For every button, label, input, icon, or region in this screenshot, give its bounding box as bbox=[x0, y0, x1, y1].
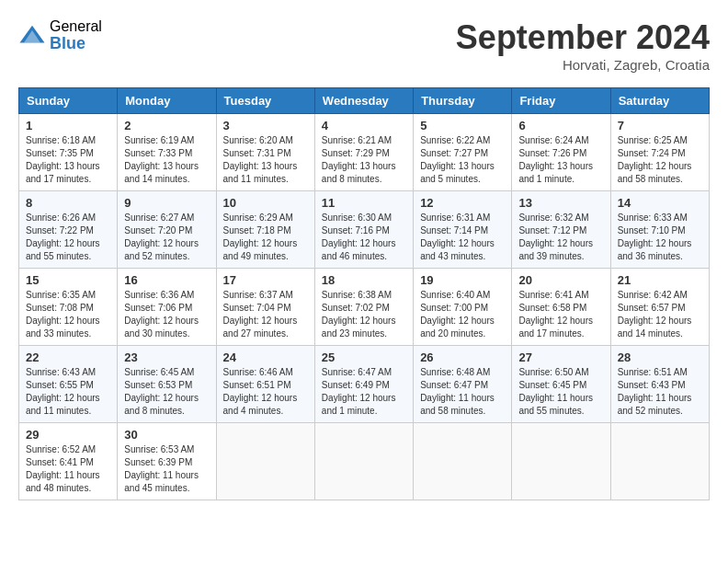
day-info: Sunrise: 6:38 AMSunset: 7:02 PMDaylight:… bbox=[322, 289, 406, 340]
calendar-day-cell: 27 Sunrise: 6:50 AMSunset: 6:45 PMDaylig… bbox=[512, 346, 610, 423]
calendar-table: SundayMondayTuesdayWednesdayThursdayFrid… bbox=[18, 87, 710, 500]
day-info: Sunrise: 6:26 AMSunset: 7:22 PMDaylight:… bbox=[26, 212, 110, 263]
day-number: 6 bbox=[518, 119, 603, 132]
logo-general: General bbox=[50, 18, 102, 35]
day-info: Sunrise: 6:18 AMSunset: 7:35 PMDaylight:… bbox=[26, 134, 110, 186]
day-number: 25 bbox=[322, 350, 406, 364]
day-number: 24 bbox=[223, 350, 308, 364]
calendar-day-cell bbox=[314, 423, 413, 500]
page-header: General Blue September 2024 Horvati, Zag… bbox=[18, 18, 710, 73]
calendar-day-cell: 1 Sunrise: 6:18 AMSunset: 7:35 PMDayligh… bbox=[19, 114, 118, 191]
day-number: 17 bbox=[223, 273, 308, 287]
calendar-day-cell: 29 Sunrise: 6:52 AMSunset: 6:41 PMDaylig… bbox=[19, 423, 118, 500]
day-number: 13 bbox=[518, 196, 603, 210]
day-number: 14 bbox=[618, 196, 702, 210]
calendar-day-cell: 23 Sunrise: 6:45 AMSunset: 6:53 PMDaylig… bbox=[118, 346, 216, 423]
calendar-day-cell: 2 Sunrise: 6:19 AMSunset: 7:33 PMDayligh… bbox=[118, 114, 216, 191]
calendar-day-cell: 30 Sunrise: 6:53 AMSunset: 6:39 PMDaylig… bbox=[118, 423, 216, 500]
day-number: 3 bbox=[223, 119, 308, 132]
weekday-header: Monday bbox=[118, 88, 216, 114]
day-info: Sunrise: 6:30 AMSunset: 7:16 PMDaylight:… bbox=[322, 212, 406, 263]
day-info: Sunrise: 6:24 AMSunset: 7:26 PMDaylight:… bbox=[518, 134, 603, 186]
day-info: Sunrise: 6:37 AMSunset: 7:04 PMDaylight:… bbox=[223, 289, 308, 340]
day-info: Sunrise: 6:40 AMSunset: 7:00 PMDaylight:… bbox=[420, 289, 505, 340]
day-number: 23 bbox=[124, 350, 209, 364]
calendar-day-cell: 5 Sunrise: 6:22 AMSunset: 7:27 PMDayligh… bbox=[414, 114, 512, 191]
day-info: Sunrise: 6:35 AMSunset: 7:08 PMDaylight:… bbox=[26, 289, 110, 340]
weekday-header: Sunday bbox=[19, 88, 118, 114]
calendar-day-cell: 17 Sunrise: 6:37 AMSunset: 7:04 PMDaylig… bbox=[216, 269, 314, 346]
weekday-header: Wednesday bbox=[314, 88, 413, 114]
calendar-day-cell: 7 Sunrise: 6:25 AMSunset: 7:24 PMDayligh… bbox=[610, 114, 709, 191]
calendar-day-cell: 10 Sunrise: 6:29 AMSunset: 7:18 PMDaylig… bbox=[216, 191, 314, 269]
day-number: 10 bbox=[223, 196, 308, 210]
day-info: Sunrise: 6:20 AMSunset: 7:31 PMDaylight:… bbox=[223, 134, 308, 186]
day-info: Sunrise: 6:22 AMSunset: 7:27 PMDaylight:… bbox=[420, 134, 505, 186]
calendar-header-row: SundayMondayTuesdayWednesdayThursdayFrid… bbox=[19, 88, 710, 114]
day-info: Sunrise: 6:45 AMSunset: 6:53 PMDaylight:… bbox=[124, 366, 209, 418]
day-info: Sunrise: 6:50 AMSunset: 6:45 PMDaylight:… bbox=[518, 366, 603, 418]
day-number: 1 bbox=[26, 119, 110, 132]
day-info: Sunrise: 6:51 AMSunset: 6:43 PMDaylight:… bbox=[618, 366, 702, 418]
day-number: 2 bbox=[124, 119, 209, 132]
logo-text: General Blue bbox=[50, 18, 102, 52]
day-number: 21 bbox=[618, 273, 702, 287]
logo-blue: Blue bbox=[50, 35, 102, 53]
logo: General Blue bbox=[18, 18, 102, 52]
calendar-day-cell: 12 Sunrise: 6:31 AMSunset: 7:14 PMDaylig… bbox=[414, 191, 512, 269]
day-number: 9 bbox=[124, 196, 209, 210]
calendar-week-row: 8 Sunrise: 6:26 AMSunset: 7:22 PMDayligh… bbox=[19, 191, 710, 269]
day-info: Sunrise: 6:42 AMSunset: 6:57 PMDaylight:… bbox=[618, 289, 702, 340]
day-info: Sunrise: 6:43 AMSunset: 6:55 PMDaylight:… bbox=[26, 366, 110, 418]
day-number: 4 bbox=[322, 119, 406, 132]
day-number: 18 bbox=[322, 273, 406, 287]
day-number: 22 bbox=[26, 350, 110, 364]
calendar-day-cell: 21 Sunrise: 6:42 AMSunset: 6:57 PMDaylig… bbox=[610, 269, 709, 346]
calendar-day-cell: 16 Sunrise: 6:36 AMSunset: 7:06 PMDaylig… bbox=[118, 269, 216, 346]
calendar-day-cell: 4 Sunrise: 6:21 AMSunset: 7:29 PMDayligh… bbox=[314, 114, 413, 191]
calendar-day-cell: 13 Sunrise: 6:32 AMSunset: 7:12 PMDaylig… bbox=[512, 191, 610, 269]
calendar-day-cell: 28 Sunrise: 6:51 AMSunset: 6:43 PMDaylig… bbox=[610, 346, 709, 423]
day-number: 28 bbox=[618, 350, 702, 364]
title-block: September 2024 Horvati, Zagreb, Croatia bbox=[456, 18, 710, 73]
calendar-day-cell bbox=[414, 423, 512, 500]
calendar-day-cell: 18 Sunrise: 6:38 AMSunset: 7:02 PMDaylig… bbox=[314, 269, 413, 346]
calendar-week-row: 22 Sunrise: 6:43 AMSunset: 6:55 PMDaylig… bbox=[19, 346, 710, 423]
day-number: 11 bbox=[322, 196, 406, 210]
calendar-day-cell bbox=[610, 423, 709, 500]
day-info: Sunrise: 6:21 AMSunset: 7:29 PMDaylight:… bbox=[322, 134, 406, 186]
calendar-day-cell: 3 Sunrise: 6:20 AMSunset: 7:31 PMDayligh… bbox=[216, 114, 314, 191]
calendar-day-cell: 20 Sunrise: 6:41 AMSunset: 6:58 PMDaylig… bbox=[512, 269, 610, 346]
calendar-day-cell: 9 Sunrise: 6:27 AMSunset: 7:20 PMDayligh… bbox=[118, 191, 216, 269]
weekday-header: Saturday bbox=[610, 88, 709, 114]
day-info: Sunrise: 6:29 AMSunset: 7:18 PMDaylight:… bbox=[223, 212, 308, 263]
day-number: 30 bbox=[124, 428, 209, 442]
day-info: Sunrise: 6:31 AMSunset: 7:14 PMDaylight:… bbox=[420, 212, 505, 263]
day-number: 15 bbox=[26, 273, 110, 287]
day-info: Sunrise: 6:53 AMSunset: 6:39 PMDaylight:… bbox=[124, 443, 209, 495]
day-number: 27 bbox=[518, 350, 603, 364]
day-info: Sunrise: 6:19 AMSunset: 7:33 PMDaylight:… bbox=[124, 134, 209, 186]
calendar-week-row: 1 Sunrise: 6:18 AMSunset: 7:35 PMDayligh… bbox=[19, 114, 710, 191]
calendar-week-row: 15 Sunrise: 6:35 AMSunset: 7:08 PMDaylig… bbox=[19, 269, 710, 346]
calendar-day-cell: 25 Sunrise: 6:47 AMSunset: 6:49 PMDaylig… bbox=[314, 346, 413, 423]
weekday-header: Tuesday bbox=[216, 88, 314, 114]
calendar-week-row: 29 Sunrise: 6:52 AMSunset: 6:41 PMDaylig… bbox=[19, 423, 710, 500]
day-number: 16 bbox=[124, 273, 209, 287]
calendar-day-cell: 26 Sunrise: 6:48 AMSunset: 6:47 PMDaylig… bbox=[414, 346, 512, 423]
calendar-day-cell: 8 Sunrise: 6:26 AMSunset: 7:22 PMDayligh… bbox=[19, 191, 118, 269]
day-info: Sunrise: 6:32 AMSunset: 7:12 PMDaylight:… bbox=[518, 212, 603, 263]
day-number: 7 bbox=[618, 119, 702, 132]
calendar-day-cell: 19 Sunrise: 6:40 AMSunset: 7:00 PMDaylig… bbox=[414, 269, 512, 346]
day-number: 29 bbox=[26, 428, 110, 442]
day-number: 19 bbox=[420, 273, 505, 287]
calendar-day-cell: 6 Sunrise: 6:24 AMSunset: 7:26 PMDayligh… bbox=[512, 114, 610, 191]
day-info: Sunrise: 6:41 AMSunset: 6:58 PMDaylight:… bbox=[518, 289, 603, 340]
day-info: Sunrise: 6:47 AMSunset: 6:49 PMDaylight:… bbox=[322, 366, 406, 418]
calendar-day-cell: 11 Sunrise: 6:30 AMSunset: 7:16 PMDaylig… bbox=[314, 191, 413, 269]
calendar-day-cell: 14 Sunrise: 6:33 AMSunset: 7:10 PMDaylig… bbox=[610, 191, 709, 269]
day-info: Sunrise: 6:25 AMSunset: 7:24 PMDaylight:… bbox=[618, 134, 702, 186]
day-info: Sunrise: 6:27 AMSunset: 7:20 PMDaylight:… bbox=[124, 212, 209, 263]
day-number: 5 bbox=[420, 119, 505, 132]
calendar-day-cell bbox=[216, 423, 314, 500]
